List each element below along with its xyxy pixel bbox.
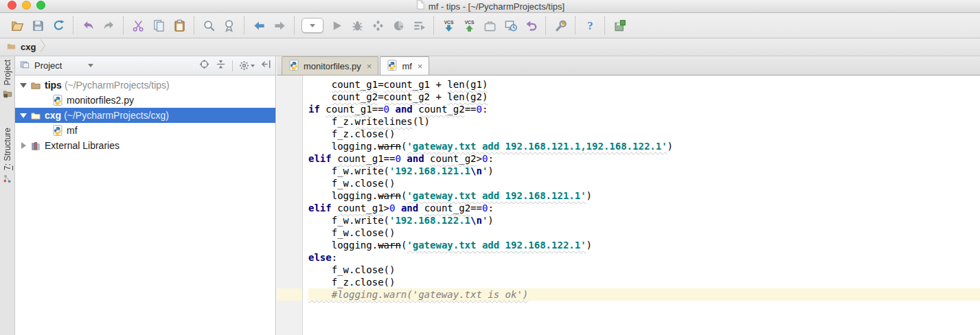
document-icon (415, 0, 425, 13)
recent-changes-icon[interactable] (500, 16, 521, 35)
forward-icon[interactable] (269, 16, 290, 35)
svg-text:?: ? (587, 19, 593, 32)
redo-icon[interactable] (98, 16, 119, 35)
tree-item-label: tips (45, 80, 62, 91)
library-icon (30, 141, 41, 151)
code-line[interactable]: f_w.close() (308, 264, 980, 276)
code-line[interactable]: count_g2=count_g2 + len(g2) (308, 91, 980, 103)
code-line[interactable]: logging.warn('gateway.txt add 192.168.12… (308, 189, 980, 202)
folder-icon (30, 111, 41, 121)
toolbar-separator (244, 16, 244, 34)
code-line[interactable]: elif count_g1==0 and count_g2>0: (308, 152, 980, 165)
tree-item-label: External Libraries (45, 140, 119, 151)
navigation-bar: cxg (0, 38, 980, 56)
code-line[interactable]: #logging.warn('gateway.txt is ok') (308, 288, 980, 301)
python-file-icon (52, 95, 63, 106)
undo-icon[interactable] (78, 16, 98, 35)
collapse-arrow-icon[interactable] (18, 113, 29, 118)
export-settings-icon[interactable] (609, 16, 630, 35)
tool-window-button-structure[interactable]: 7: Structure (0, 128, 15, 187)
divider (232, 60, 233, 71)
code-line[interactable]: f_w.write('192.168.122.1\n') (308, 214, 980, 227)
toolbar-separator (294, 16, 295, 34)
tree-item-label: monitorfiles2.py (67, 95, 134, 106)
code-line[interactable]: logging.warn('gateway.txt add 192.168.12… (308, 140, 980, 152)
project-tool-window: Project tips (~/PycharmProjects/tips)mon… (15, 56, 276, 335)
run-configurations-select[interactable] (301, 18, 323, 33)
vcs-commit-icon[interactable]: VCS (459, 16, 479, 35)
run-coverage-icon[interactable] (367, 16, 388, 35)
project-panel-title: Project (34, 60, 62, 71)
svg-text:VCS: VCS (464, 19, 474, 24)
close-window-button[interactable] (8, 1, 16, 10)
chevron-down-icon (251, 65, 255, 67)
shelve-icon[interactable] (479, 16, 500, 35)
profile-icon[interactable] (388, 16, 409, 35)
editor-gutter[interactable] (277, 76, 303, 335)
copy-icon[interactable] (148, 16, 169, 35)
code-line[interactable]: elif count_g1>0 and count_g2==0: (308, 202, 980, 214)
close-tab-icon[interactable]: × (365, 62, 372, 71)
code-line[interactable]: f_z.close() (308, 276, 980, 288)
folder-icon (30, 80, 41, 91)
python-file-icon (387, 60, 398, 73)
python-file-icon (52, 125, 63, 136)
window-controls (8, 1, 45, 10)
code-line[interactable]: logging.warn('gateway.txt add 192.168.12… (308, 239, 980, 251)
code-line[interactable]: f_w.close() (308, 177, 980, 189)
debug-icon[interactable] (347, 16, 367, 35)
project-view-selector[interactable]: Project (19, 60, 93, 71)
tool-window-button-project[interactable]: Project (0, 60, 15, 101)
hide-panel-icon[interactable] (261, 59, 271, 72)
find-icon[interactable] (198, 16, 219, 35)
code-line[interactable]: f_z.writelines(l) (308, 115, 980, 128)
save-all-icon[interactable] (27, 16, 48, 35)
title-bar: mf - tips - [~/PycharmProjects/tips] (0, 0, 980, 13)
tree-item-mf[interactable]: mf (15, 123, 275, 138)
run-icon[interactable] (326, 16, 347, 35)
collapse-all-icon[interactable] (216, 59, 226, 72)
close-tab-icon[interactable]: × (416, 62, 423, 71)
synchronize-icon[interactable] (48, 16, 69, 35)
gear-icon[interactable] (239, 60, 255, 71)
code-line[interactable]: f_w.close() (308, 227, 980, 239)
chevron-down-icon (310, 24, 315, 27)
left-tool-window-bar: Project 7: Structure (0, 56, 15, 335)
svg-text:VCS: VCS (444, 19, 453, 24)
main-toolbar: VCSVCS? (0, 13, 980, 38)
code-line[interactable]: f_w.write('192.168.121.1\n') (308, 165, 980, 177)
locate-icon[interactable] (199, 59, 209, 72)
rollback-icon[interactable] (521, 16, 541, 35)
breadcrumb-item[interactable]: cxg (21, 42, 36, 52)
tree-item-cxg[interactable]: cxg (~/PycharmProjects/cxg) (15, 108, 275, 123)
paste-icon[interactable] (169, 16, 190, 35)
run-context-icon[interactable] (409, 16, 429, 35)
tree-item-label: cxg (45, 110, 61, 121)
settings-icon[interactable] (550, 16, 571, 35)
cut-icon[interactable] (128, 16, 148, 35)
toolbar-separator (73, 16, 73, 34)
collapse-arrow-icon[interactable] (18, 83, 29, 88)
code-line[interactable]: count_g1=count_g1 + len(g1) (308, 78, 980, 91)
zoom-window-button[interactable] (36, 1, 45, 10)
find-usages-icon[interactable] (219, 16, 240, 35)
code-editor[interactable]: count_g1=count_g1 + len(g1) count_g2=cou… (304, 76, 980, 335)
tree-item-tips[interactable]: tips (~/PycharmProjects/tips) (15, 78, 275, 93)
code-line[interactable]: if count_g1==0 and count_g2==0: (308, 103, 980, 115)
editor-tab-mf[interactable]: mf× (380, 56, 429, 75)
help-icon[interactable]: ? (580, 16, 600, 35)
toolbar-separator (433, 16, 434, 34)
vcs-update-icon[interactable]: VCS (438, 16, 459, 35)
chevron-down-icon (88, 64, 93, 67)
open-file-icon[interactable] (7, 16, 27, 35)
editor-area: monitorfiles.py×mf× count_g1=count_g1 + … (277, 56, 980, 335)
tree-item-external-libraries[interactable]: External Libraries (15, 138, 275, 153)
project-pane-icon (19, 60, 30, 71)
code-line[interactable]: else: (308, 251, 980, 264)
back-icon[interactable] (249, 16, 269, 35)
expand-arrow-icon[interactable] (18, 142, 29, 149)
tree-item-monitorfiles2-py[interactable]: monitorfiles2.py (15, 93, 275, 108)
editor-tab-monitorfiles-py[interactable]: monitorfiles.py× (282, 56, 378, 75)
code-line[interactable]: f_z.close() (308, 128, 980, 140)
minimize-window-button[interactable] (22, 1, 31, 10)
